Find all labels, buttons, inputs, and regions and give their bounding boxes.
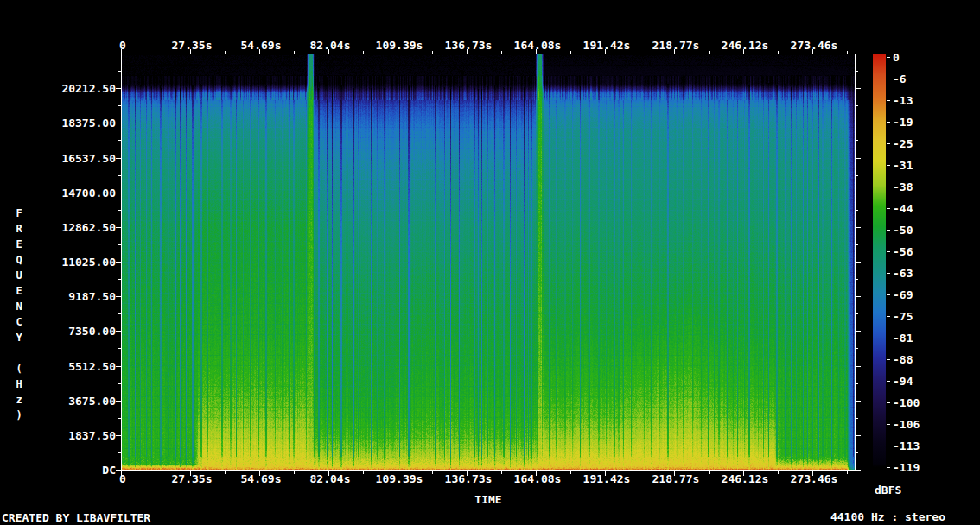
legend-tick	[887, 467, 890, 468]
y-tick-major	[856, 296, 861, 297]
x-tick-label: 218.77s	[652, 40, 700, 51]
y-tick-major	[116, 366, 121, 367]
x-tick-minor	[225, 51, 226, 54]
x-tick-minor	[501, 471, 502, 474]
legend-tick-label: -63	[893, 268, 913, 279]
legend-colorbar	[873, 54, 886, 467]
x-tick-label: 218.77s	[652, 473, 700, 484]
y-axis-title: FREQUENCY (Hz)	[12, 207, 26, 406]
x-tick-minor	[432, 51, 433, 54]
axis-line-top	[121, 54, 856, 54]
y-tick-minor	[118, 175, 121, 176]
y-tick-minor	[118, 418, 121, 419]
x-tick-major	[674, 49, 675, 54]
footer-created-by: CREATED BY LIBAVFILTER	[2, 512, 150, 523]
legend-tick-label: -119	[893, 462, 920, 473]
x-tick-major	[328, 49, 329, 54]
x-tick-major	[674, 471, 675, 476]
y-tick-minor	[118, 71, 121, 72]
y-tick-major	[856, 158, 861, 159]
legend-tick	[887, 402, 890, 403]
y-tick-major	[116, 227, 121, 228]
legend-tick-label: -100	[893, 397, 920, 408]
x-tick-minor	[363, 471, 364, 474]
legend-tick-label: -106	[893, 419, 920, 430]
y-tick-minor	[856, 105, 858, 106]
x-tick-major	[467, 49, 468, 54]
footer-format-info: 44100 Hz : stereo	[830, 511, 945, 522]
y-tick-minor	[856, 244, 858, 245]
x-tick-major	[121, 49, 122, 54]
x-tick-major	[605, 471, 606, 476]
legend-tick	[887, 122, 890, 123]
axis-line-bottom	[121, 470, 856, 471]
x-tick-major	[536, 49, 537, 54]
y-tick-label: 3675.00	[35, 395, 116, 407]
x-tick-major	[398, 49, 398, 54]
y-tick-minor	[856, 383, 858, 384]
legend-tick-label: -13	[893, 95, 913, 106]
y-tick-major	[116, 435, 121, 436]
legend-tick	[887, 381, 890, 382]
y-tick-minor	[856, 210, 858, 211]
x-tick-minor	[363, 51, 364, 54]
y-tick-major	[856, 123, 861, 123]
x-tick-minor	[294, 51, 295, 54]
legend-tick	[887, 359, 890, 360]
x-tick-major	[743, 471, 744, 476]
y-tick-major	[856, 193, 861, 193]
y-tick-label: 14700.00	[35, 187, 116, 199]
x-tick-minor	[847, 471, 848, 474]
y-tick-minor	[118, 105, 121, 106]
y-tick-major	[856, 435, 861, 436]
legend-tick	[887, 230, 890, 231]
x-tick-major	[190, 471, 191, 476]
x-tick-major	[812, 471, 813, 476]
y-tick-minor	[856, 418, 858, 419]
y-tick-major	[856, 227, 861, 228]
x-tick-minor	[156, 51, 156, 54]
x-tick-label: 54.69s	[241, 40, 282, 51]
legend-tick-label: 0	[893, 52, 900, 63]
legend-tick-label: -31	[893, 160, 913, 171]
y-tick-major	[856, 88, 861, 89]
y-tick-label: 18375.00	[35, 117, 116, 129]
x-tick-minor	[640, 471, 640, 474]
y-tick-minor	[856, 175, 858, 176]
x-tick-minor	[778, 471, 779, 474]
x-tick-major	[190, 49, 191, 54]
y-tick-major	[116, 158, 121, 159]
y-tick-label: 12862.50	[35, 222, 116, 233]
y-tick-major	[116, 123, 121, 123]
y-tick-major	[856, 331, 861, 332]
y-tick-major	[856, 366, 861, 367]
y-tick-major	[116, 331, 121, 332]
legend-tick	[887, 446, 890, 446]
y-tick-minor	[118, 210, 121, 211]
y-tick-major	[116, 401, 121, 402]
y-tick-minor	[118, 383, 121, 384]
x-tick-label: 136.73s	[445, 40, 493, 51]
y-tick-minor	[856, 313, 858, 314]
y-tick-label: 5512.50	[35, 361, 116, 372]
legend-tick-label: -50	[893, 225, 913, 236]
x-tick-major	[605, 49, 606, 54]
x-tick-major	[259, 49, 260, 54]
y-tick-major	[116, 88, 121, 89]
x-tick-label: 191.42s	[583, 473, 631, 484]
x-tick-minor	[709, 471, 710, 474]
x-tick-minor	[570, 51, 571, 54]
legend-tick-label: -94	[893, 376, 913, 387]
x-tick-minor	[156, 471, 156, 474]
x-tick-minor	[778, 51, 779, 54]
legend-tick	[887, 316, 890, 317]
y-tick-minor	[856, 348, 858, 349]
x-tick-major	[812, 49, 813, 54]
x-tick-label: 109.39s	[376, 40, 423, 51]
legend-tick	[887, 251, 890, 252]
y-tick-label: 7350.00	[35, 326, 116, 337]
x-tick-minor	[709, 51, 710, 54]
legend-tick	[887, 100, 890, 101]
x-tick-label: 109.39s	[376, 473, 423, 484]
y-tick-major	[116, 296, 121, 297]
